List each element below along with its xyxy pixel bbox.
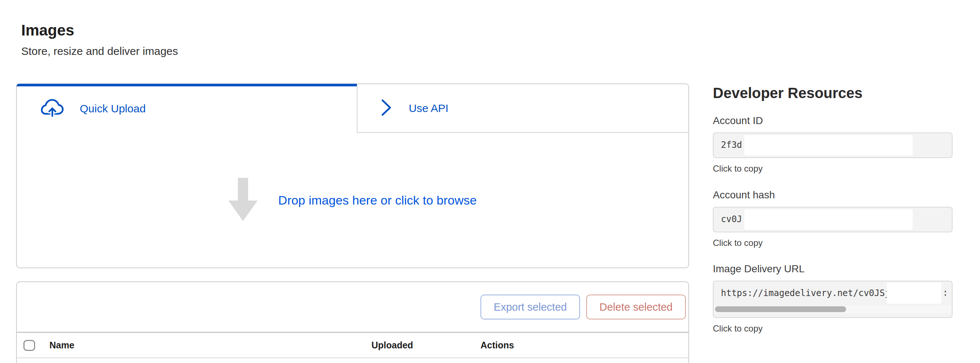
upload-panel: Quick Upload Use API Drop images here or… (16, 83, 689, 268)
account-hash-section: Account hash cv0J Click to copy (713, 190, 953, 248)
table-header-row: Name Uploaded Actions (17, 333, 688, 358)
account-hash-label: Account hash (713, 190, 953, 200)
export-selected-button[interactable]: Export selected (480, 295, 580, 320)
url-scrollbar-thumb[interactable] (715, 306, 846, 312)
account-id-label: Account ID (713, 116, 953, 126)
arrow-down-icon (228, 178, 258, 223)
account-id-value: 2f3d (721, 133, 742, 157)
image-delivery-url-section: Image Delivery URL https://imagedelivery… (713, 264, 953, 333)
tab-quick-upload-label: Quick Upload (80, 102, 146, 115)
redaction-overlay (745, 135, 913, 156)
delete-selected-button[interactable]: Delete selected (586, 295, 686, 320)
table-header-border (17, 358, 688, 358)
images-list-panel: Export selected Delete selected Name Upl… (16, 282, 689, 363)
image-delivery-url-copy-field[interactable]: https://imagedelivery.net/cv0JSj : (713, 281, 953, 318)
dropzone[interactable]: Drop images here or click to browse (17, 133, 688, 267)
account-hash-copy-field[interactable]: cv0J (713, 207, 953, 232)
copy-hint: Click to copy (713, 324, 953, 333)
account-id-copy-field[interactable]: 2f3d (713, 132, 953, 158)
page-subtitle: Store, resize and deliver images (21, 45, 178, 58)
dropzone-label: Drop images here or click to browse (278, 193, 476, 207)
image-delivery-url-label: Image Delivery URL (713, 264, 953, 274)
column-header-name: Name (49, 333, 74, 358)
tab-quick-upload[interactable]: Quick Upload (17, 84, 357, 133)
developer-resources: Developer Resources Account ID 2f3d Clic… (713, 85, 953, 341)
copy-hint: Click to copy (713, 238, 953, 248)
url-value-tail-char: : (943, 282, 948, 304)
account-id-section: Account ID 2f3d Click to copy (713, 116, 953, 174)
account-hash-value: cv0J (721, 207, 742, 231)
redaction-overlay (745, 209, 913, 230)
tab-use-api[interactable]: Use API (357, 84, 688, 133)
page-title: Images (21, 22, 74, 39)
image-delivery-url-value: https://imagedelivery.net/cv0JSj (721, 282, 890, 305)
column-header-uploaded: Uploaded (371, 333, 413, 358)
cloud-upload-icon (41, 99, 64, 119)
redaction-overlay (887, 282, 941, 304)
column-header-actions: Actions (480, 333, 514, 358)
tab-use-api-label: Use API (409, 102, 448, 115)
chevron-right-icon (381, 99, 392, 118)
copy-hint: Click to copy (713, 164, 953, 174)
developer-resources-heading: Developer Resources (713, 85, 862, 101)
select-all-checkbox[interactable] (24, 340, 35, 351)
